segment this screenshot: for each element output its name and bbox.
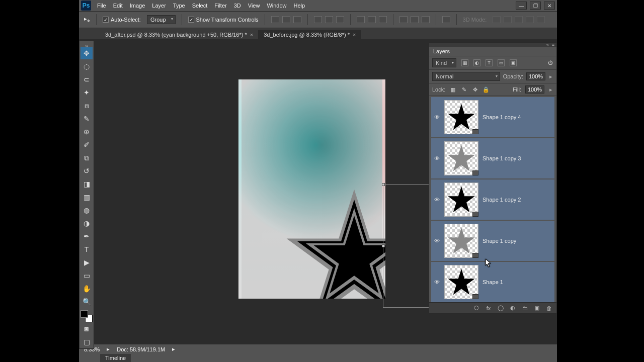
distribute-right-icon[interactable] [422, 16, 430, 23]
layer-fx-icon[interactable]: fx [485, 305, 492, 311]
auto-align-layers-icon[interactable] [442, 16, 450, 23]
new-group-icon[interactable]: 🗀 [521, 305, 528, 311]
delete-layer-icon[interactable]: 🗑 [545, 305, 552, 311]
layer-name[interactable]: Shape 1 copy 4 [482, 114, 521, 120]
lasso-tool[interactable]: ⊂ [80, 73, 93, 85]
menu-select[interactable]: Select [192, 3, 208, 9]
menu-file[interactable]: File [97, 3, 106, 9]
layer-row[interactable]: 👁Shape 1 copy 4 [431, 97, 554, 137]
layer-row[interactable]: 👁Shape 1 copy 3 [431, 138, 554, 178]
layer-name[interactable]: Shape 1 copy 3 [482, 155, 521, 161]
crop-tool[interactable]: ⧈ [80, 100, 93, 112]
filter-kind-dropdown[interactable]: Kind▾ [432, 58, 456, 67]
menu-view[interactable]: View [248, 3, 260, 9]
layer-thumbnail[interactable] [444, 183, 478, 217]
filter-type-icon[interactable]: T [486, 59, 493, 66]
type-tool[interactable]: T [80, 243, 93, 255]
menu-type[interactable]: Type [173, 3, 185, 9]
maximize-button[interactable]: ❐ [530, 2, 541, 10]
align-right-icon[interactable] [336, 16, 344, 23]
layer-mask-icon[interactable]: ◯ [497, 305, 504, 311]
show-transform-checkbox[interactable]: Show Transform Controls [188, 17, 259, 23]
eraser-tool[interactable]: ◨ [80, 178, 93, 190]
distribute-hcenter-icon[interactable] [411, 16, 419, 23]
distribute-top-icon[interactable] [357, 16, 365, 23]
layer-thumbnail[interactable] [444, 141, 478, 175]
move-tool[interactable]: ✥ [80, 47, 93, 59]
filter-pixel-icon[interactable]: ▦ [461, 59, 468, 66]
timeline-tab[interactable]: Timeline [100, 354, 131, 362]
layer-thumbnail[interactable] [444, 265, 478, 299]
zoom-tool[interactable]: 🔍 [80, 296, 93, 308]
healing-tool[interactable]: ⊕ [80, 126, 93, 138]
foreground-color-swatch[interactable] [80, 310, 88, 318]
align-left-icon[interactable] [314, 16, 322, 23]
transform-handle[interactable] [382, 183, 385, 186]
filter-smart-icon[interactable]: ▣ [510, 59, 517, 66]
layer-thumbnail[interactable] [444, 100, 478, 134]
close-tab-icon[interactable]: × [353, 32, 356, 38]
auto-select-dropdown[interactable]: Group [147, 15, 176, 24]
layer-row[interactable]: 👁Shape 1 copy 2 [431, 179, 554, 220]
layer-name[interactable]: Shape 1 copy 2 [482, 197, 521, 203]
opacity-input[interactable]: 100% [526, 72, 545, 80]
lock-pixels-icon[interactable]: ✎ [460, 86, 467, 93]
layer-thumbnail[interactable] [444, 224, 478, 258]
menu-3d[interactable]: 3D [234, 3, 241, 9]
layers-list[interactable]: 👁Shape 1 copy 4👁Shape 1 copy 3👁Shape 1 c… [429, 96, 556, 302]
layer-name[interactable]: Shape 1 [482, 279, 503, 285]
visibility-eye-icon[interactable]: 👁 [433, 196, 440, 203]
lock-all-icon[interactable]: 🔒 [482, 86, 490, 93]
align-hcenter-icon[interactable] [325, 16, 333, 23]
document-tab[interactable]: 3d_after.psd @ 8.33% (cyan background +5… [100, 30, 259, 39]
document-tab[interactable]: 3d_before.jpg @ 8.33% (RGB/8*) *× [259, 30, 361, 39]
quick-select-tool[interactable]: ✦ [80, 86, 93, 99]
align-vcenter-icon[interactable] [282, 16, 290, 23]
transform-handle[interactable] [382, 244, 385, 247]
layer-row[interactable]: 👁Shape 1 copy [431, 221, 554, 261]
document-canvas[interactable] [238, 79, 385, 299]
lock-transparency-icon[interactable]: ▦ [449, 86, 456, 93]
auto-select-checkbox[interactable]: Auto-Select: [103, 17, 141, 23]
menu-help[interactable]: Help [294, 3, 305, 9]
gradient-tool[interactable]: ▥ [80, 191, 93, 203]
screen-mode-icon[interactable]: ▢ [80, 336, 93, 348]
zoom-flyout-icon[interactable]: ▸ [107, 346, 110, 352]
filter-shape-icon[interactable]: ▭ [498, 59, 505, 66]
menu-window[interactable]: Window [267, 3, 286, 9]
visibility-eye-icon[interactable]: 👁 [433, 279, 440, 286]
distribute-bottom-icon[interactable] [379, 16, 387, 23]
brush-tool[interactable]: ✐ [80, 139, 93, 151]
menu-edit[interactable]: Edit [113, 3, 123, 9]
path-select-tool[interactable]: ▶ [80, 256, 93, 268]
adjustment-layer-icon[interactable]: ◐ [509, 305, 516, 311]
canvas-area[interactable]: ✦ «≡ Layers Kind▾ ▦ ◐ T ▭ ▣ ⏻ Normal [79, 39, 557, 344]
align-bottom-icon[interactable] [293, 16, 301, 23]
visibility-eye-icon[interactable]: 👁 [433, 237, 440, 244]
blend-mode-dropdown[interactable]: Normal [432, 72, 500, 81]
filter-toggle-icon[interactable]: ⏻ [546, 59, 553, 66]
color-swatches[interactable] [80, 310, 93, 322]
distribute-vcenter-icon[interactable] [368, 16, 376, 23]
blur-tool[interactable]: ◍ [80, 204, 93, 216]
link-layers-icon[interactable]: ⬡ [473, 305, 480, 311]
align-top-icon[interactable] [271, 16, 279, 23]
marquee-tool[interactable]: ◌ [80, 60, 93, 72]
dodge-tool[interactable]: ◑ [80, 217, 93, 229]
history-brush-tool[interactable]: ↺ [80, 165, 93, 177]
filter-adjust-icon[interactable]: ◐ [473, 59, 480, 66]
pen-tool[interactable]: ✒ [80, 230, 93, 242]
fill-flyout-icon[interactable]: ▸ [548, 86, 553, 93]
visibility-eye-icon[interactable]: 👁 [433, 114, 440, 121]
menu-layer[interactable]: Layer [152, 3, 166, 9]
doc-info-flyout-icon[interactable]: ▸ [172, 346, 175, 352]
fill-input[interactable]: 100% [525, 85, 544, 94]
menu-image[interactable]: Image [130, 3, 145, 9]
layer-row[interactable]: 👁Shape 1 [431, 262, 554, 302]
clone-tool[interactable]: ⧉ [80, 152, 93, 164]
eyedropper-tool[interactable]: ✎ [80, 113, 93, 125]
visibility-eye-icon[interactable]: 👁 [433, 155, 440, 162]
quick-mask-icon[interactable]: ◙ [80, 323, 93, 335]
new-layer-icon[interactable]: ▣ [533, 305, 540, 311]
opacity-flyout-icon[interactable]: ▸ [548, 73, 553, 80]
